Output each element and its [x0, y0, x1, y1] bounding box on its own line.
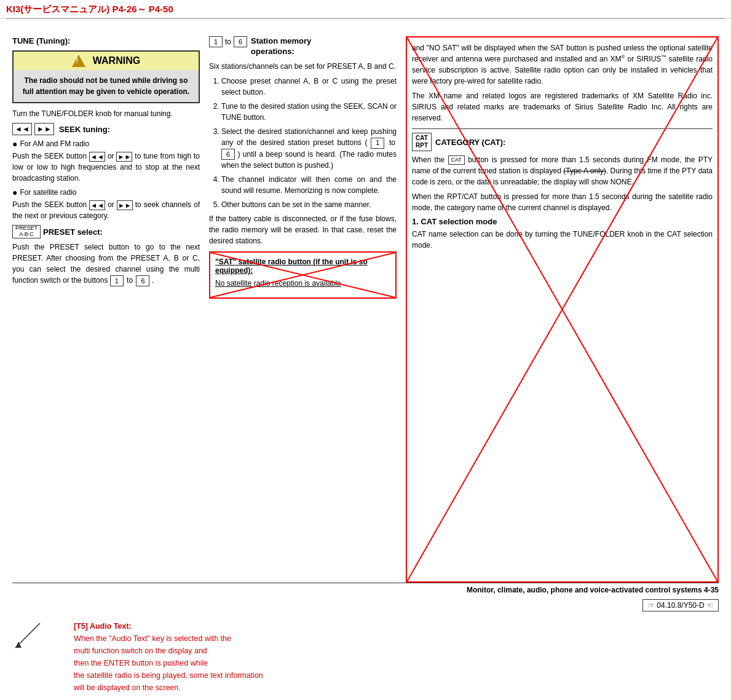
step-1: Choose preset channel A, B or C using th…	[221, 76, 397, 98]
station-mem-header: 1 to 6 Station memoryoperations:	[209, 36, 397, 57]
btn6-left[interactable]: 6	[136, 275, 149, 286]
mid-column: 1 to 6 Station memoryoperations: Six sta…	[209, 36, 406, 583]
am-fm-section: ● For AM and FM radio Push the SEEK butt…	[12, 139, 200, 184]
steps-list: Choose preset channel A, B or C using th…	[209, 76, 397, 211]
preset-label: PRESET select:	[43, 227, 103, 237]
annotation-line-5: will be displayed on the screen.	[74, 682, 263, 694]
sat-box: "SAT" satellite radio button (if the uni…	[209, 251, 397, 299]
right-column: and "NO SAT" will be displayed when the …	[406, 36, 719, 583]
arrow-svg	[12, 620, 68, 651]
step-4: The channel indicator will then come on …	[221, 174, 397, 196]
annotation-box: [T5] Audio Text: When the "Audio Text" k…	[12, 620, 719, 694]
annotation-arrow	[12, 620, 68, 653]
warning-triangle-icon: !	[72, 55, 85, 67]
step-5: Other buttons can be set in the same man…	[221, 199, 397, 210]
seek-fwd-icon[interactable]: ►►	[116, 152, 132, 162]
to-text-mid: to	[225, 37, 231, 46]
cat-label: CAT	[416, 135, 428, 142]
rpt-label: RPT	[416, 142, 428, 149]
station-mem-label: Station memoryoperations:	[251, 36, 311, 57]
preset-button[interactable]: PRESETA·B·C	[12, 225, 41, 238]
cat-para2: When the RPT/CAT button is pressed for m…	[412, 191, 713, 213]
right-para1: and "NO SAT" will be displayed when the …	[412, 42, 713, 87]
annotation-line-1: When the "Audio Text" key is selected wi…	[74, 632, 263, 645]
am-fm-head: For AM and FM radio	[20, 140, 89, 148]
main-content: TUNE (Tuning): ! WARNING The radio shoul…	[0, 30, 731, 583]
warning-box: ! WARNING The radio should not be tuned …	[12, 50, 200, 103]
am-fm-text: Push the SEEK button ◄◄ or ►► to tune fr…	[12, 151, 200, 184]
to-text-left: to	[127, 276, 133, 285]
category-title: CATEGORY (CAT):	[435, 138, 505, 147]
cat-rpt-button[interactable]: CAT RPT	[412, 133, 432, 151]
seek-fwd-button[interactable]: ►►	[34, 123, 54, 135]
sat-radio-section: ● For satellite radio Push the SEEK butt…	[12, 187, 200, 221]
seek-label: SEEK tuning:	[59, 125, 110, 134]
annotation-line-3: then the ENTER button is pushed while	[74, 657, 263, 669]
seek-back-icon2[interactable]: ◄◄	[89, 200, 105, 210]
seek-buttons-row: ◄◄ ►► SEEK tuning:	[12, 123, 200, 135]
annotation-line-4: the satellite radio is being played, som…	[74, 669, 263, 682]
step-3: Select the desired station/channel and k…	[221, 126, 397, 171]
cat-section-title: CAT RPT CATEGORY (CAT):	[412, 133, 713, 151]
tuning-label: TUNE (Tuning):	[12, 36, 200, 45]
preset-text: Push the PRESET select button to go to t…	[12, 242, 200, 286]
cat-sel-text: CAT name selection can be done by turnin…	[412, 229, 713, 251]
btn6-step3[interactable]: 6	[221, 149, 235, 160]
cat-sel-title: 1. CAT selection mode	[412, 217, 713, 226]
divider	[412, 128, 713, 129]
seek-back-button[interactable]: ◄◄	[12, 123, 32, 135]
cat-inline-btn[interactable]: CAT	[448, 155, 465, 165]
page-label: Monitor, climate, audio, phone and voice…	[12, 583, 719, 594]
btn1-step3[interactable]: 1	[371, 138, 384, 149]
annotation-text-block: [T5] Audio Text: When the "Audio Text" k…	[74, 620, 263, 694]
btn1-left[interactable]: 1	[110, 275, 124, 286]
btn6-mid[interactable]: 6	[234, 36, 247, 47]
step-2: Tune to the desired station using the SE…	[221, 101, 397, 123]
doc-ref-row: ☞ 04.10.8/Y50-D ☜	[12, 599, 719, 615]
doc-ref: ☞ 04.10.8/Y50-D ☜	[642, 599, 719, 612]
tune-folder-text: Turn the TUNE/FOLDER knob for manual tun…	[12, 108, 200, 119]
warning-header: ! WARNING	[14, 52, 199, 70]
battery-text: If the battery cable is disconnected, or…	[209, 213, 397, 246]
seek-back-icon[interactable]: ◄◄	[89, 152, 105, 162]
footer: Monitor, climate, audio, phone and voice…	[0, 583, 731, 700]
right-para2: The XM name and related logos are regist…	[412, 90, 713, 124]
warning-body: The radio should not be tuned while driv…	[14, 70, 199, 102]
header-title: KI3(サービスマニュアル) P4-26～ P4-50	[6, 4, 725, 15]
annotation-title: [T5] Audio Text:	[74, 620, 263, 632]
to-step3: to	[389, 138, 395, 147]
page-header: KI3(サービスマニュアル) P4-26～ P4-50	[0, 0, 731, 18]
annotation-line-2: multi function switch on the display and	[74, 645, 263, 657]
sat-head: For satellite radio	[20, 188, 76, 197]
seek-fwd-icon2[interactable]: ►►	[117, 200, 133, 210]
sat-text: Push the SEEK button ◄◄ or ►► to seek ch…	[12, 199, 200, 221]
sat-box-text: No satellite radio reception is availabl…	[215, 278, 390, 289]
station-intro: Six stations/channels can be set for PRE…	[209, 61, 397, 72]
btn1-mid[interactable]: 1	[209, 36, 223, 47]
warning-title: WARNING	[93, 55, 140, 66]
cat-para1: When the CAT button is pressed for more …	[412, 154, 713, 187]
sat-box-title: "SAT" satellite radio button (if the uni…	[215, 258, 390, 275]
left-column: TUNE (Tuning): ! WARNING The radio shoul…	[12, 36, 209, 583]
preset-row: PRESETA·B·C PRESET select:	[12, 225, 200, 238]
